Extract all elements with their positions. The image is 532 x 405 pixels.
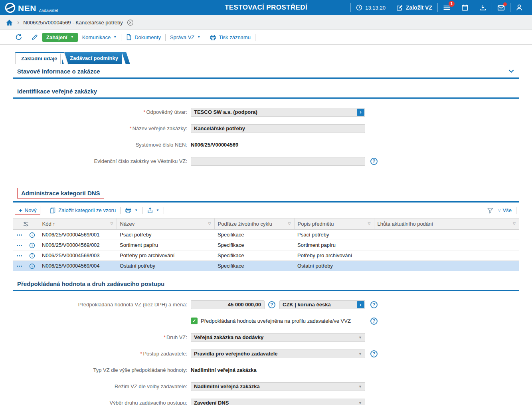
content-frame: Stavové informace o zakázce Identifikace… [13, 64, 519, 405]
odpovedny-utvar-field[interactable]: TESCO SW a.s. (podpora) › [191, 108, 365, 117]
divider [255, 34, 255, 41]
cell-podfaze: Specifikace [214, 240, 294, 250]
table-row[interactable]: N006/25/V00004569/001 Psací potřeby Spec… [13, 230, 519, 240]
druh-vz-dropdown[interactable]: Veřejná zakázka na dodávky ▼ [191, 333, 365, 342]
tab-zadavaci-podminky[interactable]: Zadávací podmínky [62, 52, 122, 64]
filter-funnel-icon[interactable] [487, 207, 494, 214]
help-icon[interactable]: ? [268, 301, 275, 308]
menu-badge: 1 [449, 1, 455, 7]
export-menu-button[interactable]: ▼ [147, 207, 159, 214]
col-header-nazev[interactable]: Název▽ [117, 218, 214, 230]
field-label-text: Druh VZ: [166, 334, 187, 340]
col-header-popis[interactable]: Popis předmětu▽ [294, 218, 374, 230]
edit-pencil-icon[interactable] [32, 34, 38, 40]
filter-caret-icon[interactable]: ▽ [513, 222, 516, 226]
evidencni-cislo-field[interactable] [191, 157, 365, 166]
profile-button[interactable] [510, 3, 528, 12]
top-bar: NEN Zadavatel TESTOVACÍ PROSTŘEDÍ 13:13:… [0, 0, 532, 15]
field-label-text: Předpokládaná hodnota VZ (bez DPH) a měn… [78, 302, 187, 308]
messages-button[interactable] [492, 3, 510, 12]
row-menu-icon[interactable] [16, 265, 22, 267]
cell-kod: N006/25/V00004569/002 [39, 240, 117, 250]
checkbox-checked-icon[interactable]: ✓ [191, 318, 198, 324]
col-label: Lhůta aktuálního podání [378, 221, 433, 227]
status-section-header[interactable]: Stavové informace o zakázce [13, 64, 519, 79]
calendar-button[interactable] [456, 3, 474, 12]
create-from-template-button[interactable]: Založit kategorii ze vzoru [49, 207, 116, 214]
help-icon[interactable]: ? [370, 350, 378, 357]
col-header-podfaze[interactable]: Podfáze životního cyklu▽ [214, 218, 294, 230]
filter-caret-icon[interactable]: ▽ [288, 222, 291, 226]
rezim-dropdown[interactable]: Nadlimitní veřejná zakázka ▼ [191, 382, 365, 391]
field-label: Typ VZ dle výše předpokládané hodnoty: [13, 367, 191, 373]
create-vz-button[interactable]: Založit VZ [391, 3, 437, 12]
value-form: Předpokládaná hodnota VZ (bez DPH) a měn… [13, 291, 519, 405]
row-info-icon[interactable] [29, 242, 35, 248]
table-row[interactable]: N006/25/V00004569/002 Sortiment papíru S… [13, 240, 519, 250]
sliders-icon[interactable] [23, 221, 29, 227]
view-all-filter[interactable]: ▽ Vše [498, 207, 512, 213]
table-row-selected[interactable]: N006/25/V00004569/004 Ostatní potřeby Sp… [13, 261, 519, 271]
chevron-down-icon: ▼ [156, 209, 159, 212]
identification-section-header: Identifikace veřejné zakázky [13, 84, 519, 99]
currency-field[interactable]: CZK | koruna česká › [279, 300, 365, 309]
form-row-druh-vz: *Druh VZ: Veřejná zakázka na dodávky ▼ [13, 333, 519, 342]
chevron-down-icon: ▼ [71, 36, 74, 39]
row-info-icon[interactable] [29, 232, 35, 238]
form-row-vyber-postupu: Výběr druhu zadávacího postupu: Zavedení… [13, 398, 519, 405]
help-icon[interactable]: ? [370, 158, 378, 165]
picker-chevron-icon[interactable]: › [357, 109, 364, 116]
main-menu-button[interactable]: 1 [437, 3, 456, 12]
postup-dropdown[interactable]: Pravidla pro veřejného zadavatele ▼ [191, 349, 365, 358]
dropdown-chevron-icon: ▼ [358, 336, 362, 339]
filter-caret-icon[interactable]: ▽ [111, 222, 113, 226]
tab-zakladni-udaje[interactable]: Základní údaje [15, 52, 61, 64]
required-marker: * [130, 125, 132, 131]
col-header-kod[interactable]: Kód↑▽ [39, 218, 117, 230]
typ-vz-value: Nadlimitní veřejná zakázka [191, 367, 257, 373]
komunikace-label: Komunikace [82, 34, 111, 40]
systemove-cislo-value: N006/25/V00004569 [191, 142, 238, 148]
record-toolbar: Zahájení ▼ Komunikace ▼ Dokumenty Správa… [0, 30, 532, 45]
new-category-button[interactable]: + Nový [15, 206, 40, 215]
filter-caret-icon[interactable]: ▽ [368, 222, 371, 226]
col-header-lhuta[interactable]: Lhůta aktuálního podání▽ [374, 218, 519, 230]
row-info-icon[interactable] [29, 253, 35, 259]
form-row-hodnota: Předpokládaná hodnota VZ (bez DPH) a měn… [13, 300, 519, 309]
dokumenty-button[interactable]: Dokumenty [126, 34, 161, 40]
picker-chevron-icon[interactable]: › [357, 301, 364, 308]
refresh-icon[interactable] [15, 34, 22, 41]
field-label-text: Odpovědný útvar: [146, 109, 187, 115]
print-menu-button[interactable]: ▼ [125, 207, 138, 214]
sprava-vz-menu[interactable]: Správa VZ ▼ [170, 34, 200, 40]
state-dropdown-button[interactable]: Zahájení ▼ [42, 33, 78, 42]
amount-field[interactable]: 45 000 000,00 [191, 300, 265, 309]
tisk-zaznamu-button[interactable]: Tisk záznamu [210, 34, 251, 41]
row-menu-icon[interactable] [16, 255, 22, 257]
table-header-row: Kód↑▽ Název▽ Podfáze životního cyklu▽ Po… [13, 218, 519, 230]
table-row[interactable]: N006/25/V00004569/003 Potřeby pro archiv… [13, 250, 519, 261]
help-icon[interactable]: ? [370, 318, 378, 325]
field-label-text: Režim VZ dle volby zadavatele: [115, 383, 187, 389]
field-label-text: Výběr druhu zadávacího postupu: [110, 400, 187, 405]
table-settings-header[interactable] [13, 218, 39, 230]
komunikace-menu[interactable]: Komunikace ▼ [82, 34, 117, 40]
app-brand[interactable]: NEN Zadavatel [5, 2, 58, 13]
help-icon[interactable]: ? [370, 301, 378, 308]
downloads-button[interactable] [474, 3, 492, 12]
close-record-icon[interactable] [127, 19, 134, 26]
collapse-chevron-icon[interactable] [508, 68, 515, 75]
row-info-icon[interactable] [29, 263, 35, 269]
field-label: Evidenční číslo zakázky ve Věstníku VZ: [13, 158, 191, 164]
vyber-postupu-dropdown[interactable]: Zavedení DNS ▼ [191, 399, 365, 405]
user-icon [516, 4, 523, 11]
breadcrumb-item[interactable]: N006/25/V00004569 - Kancelářské potřeby [23, 20, 123, 26]
form-row-uverejneni: ✓ Předpokládaná hodnota uveřejněna na pr… [13, 316, 519, 326]
home-icon[interactable] [6, 19, 13, 26]
row-menu-icon[interactable] [16, 244, 22, 246]
row-menu-icon[interactable] [16, 234, 22, 236]
nazev-vz-field[interactable]: Kancelářské potřeby [191, 124, 365, 133]
cell-nazev: Psací potřeby [117, 230, 214, 240]
filter-caret-icon[interactable]: ▽ [208, 222, 211, 226]
dns-categories-table: Kód↑▽ Název▽ Podfáze životního cyklu▽ Po… [13, 218, 519, 271]
